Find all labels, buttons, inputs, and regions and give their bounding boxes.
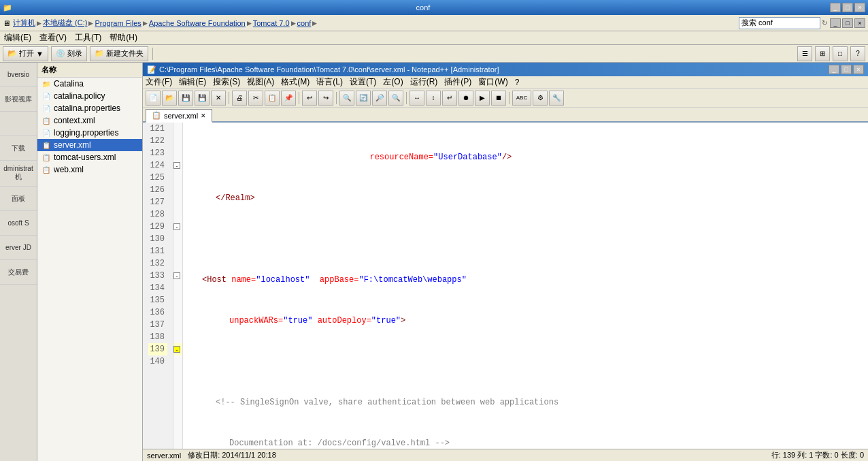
npp-cut-button[interactable]: ✂ (248, 91, 263, 106)
section-movies[interactable]: 影视视库 (0, 87, 37, 112)
path-c-drive[interactable]: 本地磁盘 (C:) (43, 18, 87, 28)
section-admin[interactable]: dministrat 机 (0, 161, 37, 187)
address-path[interactable]: 计算机 ▶ 本地磁盘 (C:) ▶ Program Files ▶ Apache… (13, 18, 736, 28)
section-panel[interactable]: 面板 (0, 187, 37, 211)
npp-new-button[interactable]: 📄 (146, 91, 161, 106)
npp-print-button[interactable]: 🖨 (232, 91, 247, 106)
npp-extra1-button[interactable]: ⚙ (533, 91, 548, 106)
gutter-133[interactable]: - (173, 270, 182, 282)
gutter-130 (173, 233, 182, 245)
gutter-121 (173, 123, 182, 135)
npp-minimize-button[interactable]: _ (829, 65, 839, 74)
section-trade[interactable]: 交易费 (0, 260, 37, 285)
minimize-button[interactable]: _ (830, 3, 841, 12)
path-computer[interactable]: 计算机 (13, 18, 35, 28)
npp-sync-h-button[interactable]: ↔ (410, 91, 424, 106)
npp-toolbar: 📄 📂 💾 💾 ✕ 🖨 ✂ 📋 📌 ↩ ↪ 🔍 🔄 🔎 🔍 ↔ (143, 89, 868, 108)
sidebar-item-context-xml[interactable]: 📋 context.xml (37, 114, 142, 127)
path-apache[interactable]: Apache Software Foundation (149, 19, 246, 27)
details-button[interactable]: ⊞ (815, 46, 830, 61)
path-arrow-3: ▶ (143, 20, 148, 27)
sidebar-item-server-xml[interactable]: 📋 server.xml (37, 139, 142, 151)
line-num-129: 129 (148, 221, 167, 233)
code-content[interactable]: resourceName="UserDatabase"/> </Realm> <… (183, 123, 868, 449)
npp-menu-format[interactable]: 格式(M) (281, 76, 310, 88)
gutter-136 (173, 306, 182, 319)
sidebar-item-logging[interactable]: 📄 logging.properties (37, 127, 142, 139)
npp-macro-button[interactable]: ⏺ (458, 91, 473, 106)
section-ms[interactable]: osoft S (0, 211, 37, 236)
npp-maximize-button[interactable]: □ (841, 65, 852, 74)
npp-copy-button[interactable]: 📋 (265, 91, 280, 106)
npp-sync-v-button[interactable]: ↕ (426, 91, 441, 106)
burn-button[interactable]: 💿 刻录 (51, 46, 87, 61)
gutter-126 (173, 184, 182, 196)
npp-redo-button[interactable]: ↪ (318, 91, 333, 106)
npp-stop-macro-button[interactable]: ⏹ (491, 91, 506, 106)
close-button[interactable]: × (854, 3, 865, 12)
gutter-139[interactable]: - (173, 343, 182, 355)
npp-menu-left[interactable]: 左(O) (383, 76, 403, 88)
npp-menu-plugins[interactable]: 插件(P) (444, 76, 471, 88)
path-program-files[interactable]: Program Files (95, 19, 141, 27)
menu-edit[interactable]: 编辑(E) (4, 32, 31, 44)
path-conf[interactable]: conf (297, 19, 312, 27)
sidebar-item-catalina-properties[interactable]: 📄 catalina.properties (37, 102, 142, 114)
explorer-maximize-button[interactable]: □ (842, 18, 853, 28)
npp-paste-button[interactable]: 📌 (281, 91, 296, 106)
sidebar-item-catalina[interactable]: 📁 Catalina (37, 78, 142, 90)
npp-replace-button[interactable]: 🔄 (356, 91, 371, 106)
npp-menu-edit[interactable]: 编辑(E) (179, 76, 206, 88)
npp-spell-button[interactable]: ABC (512, 91, 531, 106)
npp-open-button[interactable]: 📂 (162, 91, 177, 106)
section-bversio[interactable]: bversio (0, 63, 37, 87)
menu-help[interactable]: 帮助(H) (110, 32, 137, 44)
gutter-129[interactable]: - (173, 221, 182, 233)
code-editor[interactable]: 121 122 123 124 125 126 127 128 129 130 … (143, 123, 868, 449)
open-button[interactable]: 📂 打开 ▼ (3, 46, 48, 61)
search-input[interactable] (739, 17, 820, 29)
maximize-button[interactable]: □ (842, 3, 853, 12)
npp-close-button[interactable]: × (853, 65, 864, 74)
explorer-minimize-button[interactable]: _ (830, 18, 841, 28)
npp-menu-settings[interactable]: 设置(T) (350, 76, 376, 88)
npp-zoom-out-button[interactable]: 🔍 (388, 91, 403, 106)
npp-close-tab-button[interactable]: ✕ (211, 91, 226, 106)
refresh-icon[interactable]: ↻ (822, 19, 827, 27)
gutter-124[interactable]: - (173, 159, 182, 172)
npp-menu-run[interactable]: 运行(R) (410, 76, 438, 88)
menu-view[interactable]: 查看(V) (39, 32, 67, 44)
npp-extra2-button[interactable]: 🔧 (549, 91, 564, 106)
tab-close-icon[interactable]: ✕ (201, 112, 206, 119)
npp-undo-button[interactable]: ↩ (302, 91, 317, 106)
npp-menu-search[interactable]: 搜索(S) (213, 76, 240, 88)
new-folder-button[interactable]: 📁 新建文件夹 (90, 46, 148, 61)
npp-save-button[interactable]: 💾 (178, 91, 193, 106)
section-download[interactable]: 下载 (0, 136, 37, 161)
preview-button[interactable]: □ (833, 46, 848, 61)
explorer-close-button[interactable]: × (854, 18, 865, 28)
sidebar-item-web-xml[interactable]: 📋 web.xml (37, 163, 142, 176)
menu-tools[interactable]: 工具(T) (75, 32, 101, 44)
npp-menu-window[interactable]: 窗口(W) (478, 76, 507, 88)
path-arrow-1: ▶ (37, 20, 41, 27)
npp-save-all-button[interactable]: 💾 (195, 91, 210, 106)
path-tomcat[interactable]: Tomcat 7.0 (253, 19, 290, 27)
npp-menu-file[interactable]: 文件(F) (146, 76, 172, 88)
line-num-136: 136 (148, 306, 167, 319)
line-num-128: 128 (148, 208, 167, 221)
npp-find-button[interactable]: 🔍 (339, 91, 354, 106)
npp-menu-view[interactable]: 视图(A) (247, 76, 274, 88)
npp-zoom-in-button[interactable]: 🔎 (372, 91, 387, 106)
view-options-button[interactable]: ☰ (797, 46, 812, 61)
sidebar-item-catalina-policy[interactable]: 📄 catalina.policy (37, 90, 142, 102)
help-button[interactable]: ? (850, 46, 865, 61)
tab-server-xml[interactable]: 📋 server.xml ✕ (146, 109, 212, 123)
npp-menu-language[interactable]: 语言(L) (316, 76, 343, 88)
npp-menu-help[interactable]: ? (515, 78, 520, 87)
sidebar-item-tomcat-users[interactable]: 📋 tomcat-users.xml (37, 151, 142, 163)
npp-run-macro-button[interactable]: ▶ (475, 91, 490, 106)
file-icon: 📄 (41, 128, 51, 138)
npp-wrap-button[interactable]: ↵ (442, 91, 457, 106)
section-server[interactable]: erver JD (0, 236, 37, 260)
